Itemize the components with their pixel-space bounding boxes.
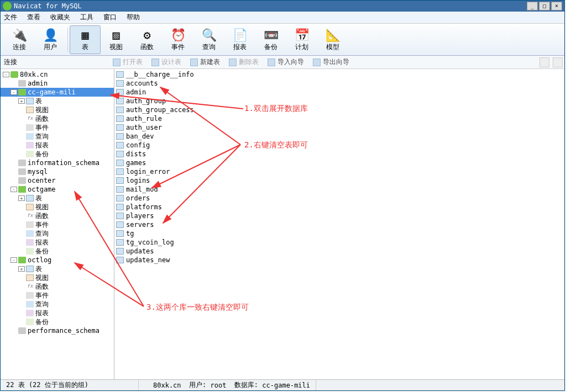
db-child-查询[interactable]: 查询: [1, 229, 114, 238]
toolbar-连接[interactable]: 🔌连接: [4, 25, 35, 54]
query-icon: [26, 230, 34, 237]
table-row[interactable]: auth_user: [116, 123, 563, 132]
table-row[interactable]: mail_mod: [116, 185, 563, 194]
table-row[interactable]: games: [116, 158, 563, 167]
detail-view-icon[interactable]: [553, 57, 563, 67]
toolbar-备份[interactable]: 📼备份: [255, 25, 286, 54]
table-icon: [116, 168, 124, 175]
db-node-performance_schema[interactable]: performance_schema: [1, 326, 114, 335]
expand-toggle[interactable]: -: [11, 187, 17, 192]
view-icon: [26, 204, 34, 210]
expand-toggle[interactable]: +: [18, 266, 25, 272]
menu-5[interactable]: 帮助: [127, 13, 140, 22]
db-child-事件[interactable]: 事件: [1, 291, 114, 300]
db-child-视图[interactable]: 视图: [1, 105, 114, 114]
fx-icon: fx: [26, 213, 34, 219]
table-row[interactable]: tg_vcoin_log: [116, 238, 563, 247]
table-row[interactable]: config: [116, 141, 563, 150]
subtoolbar-导出向导[interactable]: 导出向导: [308, 56, 354, 68]
查询-icon: 🔍: [200, 27, 218, 43]
db-child-报表[interactable]: 报表: [1, 238, 114, 247]
expand-toggle[interactable]: +: [18, 98, 25, 104]
table-row[interactable]: updates: [116, 247, 563, 256]
table-row[interactable]: updates_new: [116, 256, 563, 264]
db-child-函数[interactable]: fx函数: [1, 114, 114, 123]
close-button[interactable]: ×: [551, 2, 562, 10]
app-icon: [3, 2, 12, 10]
sub-toolbar: 连接 打开表设计表新建表删除表导入向导导出向导: [1, 56, 564, 69]
db-child-报表[interactable]: 报表: [1, 141, 114, 150]
table-row[interactable]: ban_dev: [116, 132, 563, 141]
db-child-备份[interactable]: 备份: [1, 247, 114, 256]
expand-toggle[interactable]: +: [18, 195, 25, 201]
toolbar-报表[interactable]: 📄报表: [224, 25, 255, 54]
db-grey-icon: [18, 160, 26, 166]
table-icon: [116, 230, 124, 237]
table-icon: [26, 195, 34, 202]
menu-1[interactable]: 查看: [27, 13, 40, 22]
db-child-事件[interactable]: 事件: [1, 123, 114, 132]
db-child-查询[interactable]: 查询: [1, 132, 114, 141]
toolbar-模型[interactable]: 📐模型: [317, 25, 348, 54]
db-node-information_schema[interactable]: information_schema: [1, 158, 114, 167]
subtoolbar-导入向导[interactable]: 导入向导: [263, 56, 308, 68]
search-icon[interactable]: [539, 57, 549, 67]
toolbar-表[interactable]: ▦表: [70, 25, 101, 54]
menu-0[interactable]: 文件: [4, 13, 17, 22]
expand-toggle[interactable]: -: [11, 89, 17, 95]
db-node-cc-game-mili[interactable]: -cc-game-mili: [1, 88, 114, 97]
toolbar-事件[interactable]: ⏰事件: [163, 25, 193, 54]
table-row[interactable]: auth_rule: [116, 114, 563, 123]
db-node-ocenter[interactable]: ocenter: [1, 176, 114, 185]
函数-icon: ⚙: [138, 27, 156, 43]
toolbar-视图[interactable]: ▨视图: [101, 25, 132, 54]
toolbar-函数[interactable]: ⚙函数: [132, 25, 163, 54]
table-row[interactable]: logins: [116, 176, 563, 185]
db-node-octgame[interactable]: -octgame: [1, 185, 114, 194]
table-row[interactable]: accounts: [116, 79, 563, 88]
db-child-表[interactable]: +表: [1, 264, 114, 273]
db-node-admin[interactable]: admin: [1, 79, 114, 88]
db-child-函数[interactable]: fx函数: [1, 282, 114, 291]
expand-toggle[interactable]: -: [11, 257, 17, 263]
connection-node[interactable]: -80xk.cn: [1, 70, 114, 79]
menu-2[interactable]: 收藏夹: [50, 13, 70, 22]
toolbar-查询[interactable]: 🔍查询: [193, 25, 224, 54]
table-row[interactable]: login_error: [116, 167, 563, 176]
menu-3[interactable]: 工具: [80, 13, 93, 22]
table-row[interactable]: orders: [116, 194, 563, 203]
table-row[interactable]: platforms: [116, 203, 563, 211]
table-row[interactable]: auth_group_access: [116, 105, 563, 114]
table-row[interactable]: admin: [116, 88, 563, 97]
table-icon: [116, 221, 124, 228]
db-child-备份[interactable]: 备份: [1, 150, 114, 158]
table-row[interactable]: servers: [116, 220, 563, 229]
conn-icon: [11, 71, 18, 78]
db-child-备份[interactable]: 备份: [1, 317, 114, 326]
db-node-mysql[interactable]: mysql: [1, 167, 114, 176]
subtoolbar-新建表[interactable]: 新建表: [186, 56, 224, 68]
db-child-查询[interactable]: 查询: [1, 300, 114, 309]
table-row[interactable]: tg: [116, 229, 563, 238]
db-node-octlog[interactable]: -octlog: [1, 256, 114, 264]
table-row[interactable]: dists: [116, 150, 563, 158]
db-child-事件[interactable]: 事件: [1, 220, 114, 229]
db-child-报表[interactable]: 报表: [1, 309, 114, 317]
db-child-函数[interactable]: fx函数: [1, 211, 114, 220]
table-row[interactable]: players: [116, 211, 563, 220]
menu-4[interactable]: 窗口: [103, 13, 117, 22]
event-icon: [26, 292, 34, 299]
maximize-button[interactable]: □: [539, 2, 550, 10]
view-icon: [26, 107, 34, 113]
db-child-视图[interactable]: 视图: [1, 203, 114, 211]
db-child-表[interactable]: +表: [1, 97, 114, 105]
toolbar-计划[interactable]: 📅计划: [286, 25, 317, 54]
db-child-表[interactable]: +表: [1, 194, 114, 203]
minimize-button[interactable]: _: [527, 2, 538, 10]
table-row[interactable]: __b__charge__info: [116, 70, 563, 79]
expand-toggle[interactable]: -: [3, 72, 9, 77]
toolbar-用户[interactable]: 👤用户: [35, 25, 66, 54]
table-row[interactable]: auth_group: [116, 97, 563, 105]
report-icon: [26, 142, 34, 149]
db-child-视图[interactable]: 视图: [1, 273, 114, 282]
